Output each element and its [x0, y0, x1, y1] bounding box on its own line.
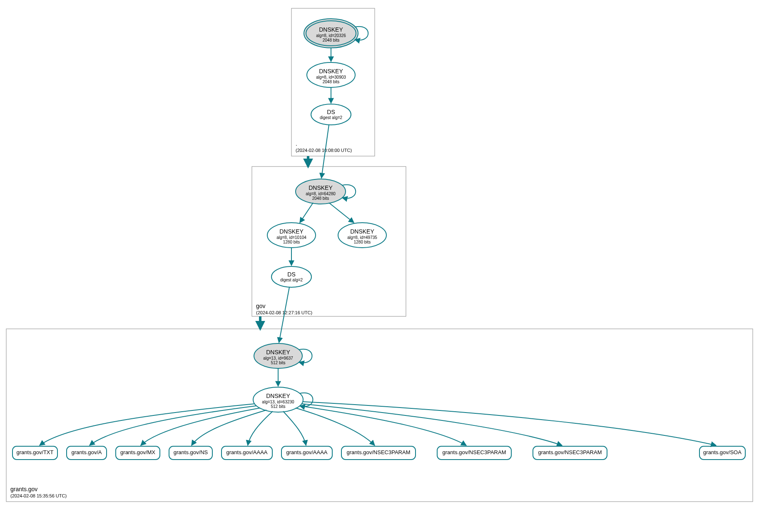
zone-grants: grants.gov (2024-02-08 15:35:56 UTC) DNS… — [6, 329, 753, 502]
zone-root-name: . — [296, 140, 297, 147]
rrset-nsec3-2: grants.gov/NSEC3PARAM — [437, 446, 511, 460]
edge-govksk-zsk2 — [329, 203, 354, 223]
svg-text:alg=8, id=30903: alg=8, id=30903 — [316, 75, 346, 80]
svg-text:grants.gov/MX: grants.gov/MX — [120, 449, 155, 455]
svg-text:DNSKEY: DNSKEY — [319, 68, 343, 75]
edge-zsk-r3 — [192, 410, 266, 445]
svg-text:DS: DS — [327, 109, 335, 115]
node-gov-ksk: DNSKEY alg=8, id=64280 2048 bits — [296, 179, 346, 204]
edge-govksk-zsk1 — [300, 203, 313, 223]
svg-text:DNSKEY: DNSKEY — [309, 184, 333, 191]
svg-text:grants.gov/AAAA: grants.gov/AAAA — [226, 449, 268, 455]
svg-text:grants.gov/NS: grants.gov/NS — [174, 449, 208, 455]
svg-text:digest alg=2: digest alg=2 — [320, 115, 343, 120]
rrset-soa: grants.gov/SOA — [699, 446, 745, 460]
rrset-txt: grants.gov/TXT — [12, 446, 57, 460]
node-gov-zsk2: DNSKEY alg=8, id=49735 1280 bits — [338, 223, 386, 248]
svg-text:grants.gov/NSEC3PARAM: grants.gov/NSEC3PARAM — [443, 449, 506, 455]
zone-gov-name: gov — [256, 303, 266, 309]
node-gov-zsk1: DNSKEY alg=8, id=10104 1280 bits — [267, 223, 316, 248]
svg-text:alg=8, id=10104: alg=8, id=10104 — [276, 235, 306, 240]
node-root-zsk: DNSKEY alg=8, id=30903 2048 bits — [307, 62, 355, 87]
svg-text:DNSKEY: DNSKEY — [266, 349, 290, 355]
rrset-a: grants.gov/A — [67, 446, 107, 460]
svg-text:DNSKEY: DNSKEY — [279, 228, 304, 235]
svg-text:alg=8, id=64280: alg=8, id=64280 — [306, 191, 336, 196]
edge-zsk-r6 — [296, 408, 375, 445]
edge-zsk-r5 — [283, 411, 306, 445]
svg-text:DNSKEY: DNSKEY — [319, 26, 343, 33]
svg-text:grants.gov/TXT: grants.gov/TXT — [17, 449, 54, 455]
zone-gov: gov (2024-02-08 12:27:16 UTC) DNSKEY alg… — [252, 167, 406, 316]
svg-text:1280 bits: 1280 bits — [354, 240, 371, 244]
rrset-ns: grants.gov/NS — [169, 446, 212, 460]
svg-text:2048 bits: 2048 bits — [312, 196, 329, 201]
svg-text:digest alg=2: digest alg=2 — [280, 278, 303, 282]
svg-text:grants.gov/NSEC3PARAM: grants.gov/NSEC3PARAM — [538, 449, 602, 455]
svg-text:grants.gov/AAAA: grants.gov/AAAA — [286, 449, 328, 455]
rrset-nsec3-3: grants.gov/NSEC3PARAM — [533, 446, 607, 460]
edge-zsk-r4 — [248, 411, 273, 445]
svg-text:alg=13, id=9637: alg=13, id=9637 — [263, 356, 293, 360]
svg-text:DNSKEY: DNSKEY — [350, 228, 374, 235]
rrset-aaaa-2: grants.gov/AAAA — [281, 446, 332, 460]
node-gov-ds: DS digest alg=2 — [271, 266, 311, 287]
svg-rect-29 — [6, 329, 753, 502]
svg-text:2048 bits: 2048 bits — [323, 80, 340, 84]
node-root-ksk: DNSKEY alg=8, id=20326 2048 bits — [304, 19, 358, 48]
rrset-aaaa-1: grants.gov/AAAA — [221, 446, 272, 460]
svg-text:1280 bits: 1280 bits — [283, 240, 300, 244]
svg-text:DS: DS — [287, 271, 295, 278]
svg-text:alg=13, id=63230: alg=13, id=63230 — [262, 400, 294, 404]
rrset-nsec3-1: grants.gov/NSEC3PARAM — [341, 446, 416, 460]
svg-text:512 bits: 512 bits — [271, 360, 285, 365]
svg-text:alg=8, id=49735: alg=8, id=49735 — [347, 235, 377, 240]
edge-zsk-r7 — [300, 406, 466, 445]
svg-text:512 bits: 512 bits — [271, 404, 285, 409]
node-grants-ksk: DNSKEY alg=13, id=9637 512 bits — [254, 343, 302, 368]
rrset-mx: grants.gov/MX — [116, 446, 160, 460]
edge-zsk-r1 — [90, 406, 256, 445]
svg-text:grants.gov/NSEC3PARAM: grants.gov/NSEC3PARAM — [347, 449, 411, 455]
node-root-ds: DS digest alg=2 — [311, 104, 351, 125]
zone-grants-timestamp: (2024-02-08 15:35:56 UTC) — [10, 493, 67, 498]
edge-zsk-r9 — [303, 402, 716, 445]
svg-text:grants.gov/A: grants.gov/A — [72, 449, 102, 455]
svg-text:2048 bits: 2048 bits — [323, 38, 340, 42]
svg-text:alg=8, id=20326: alg=8, id=20326 — [316, 33, 346, 38]
zone-root: . (2024-02-08 10:08:00 UTC) DNSKEY alg=8… — [291, 8, 375, 156]
zone-root-timestamp: (2024-02-08 10:08:00 UTC) — [296, 148, 352, 153]
zone-grants-name: grants.gov — [10, 486, 37, 492]
dnssec-diagram: . (2024-02-08 10:08:00 UTC) DNSKEY alg=8… — [0, 0, 759, 532]
svg-text:grants.gov/SOA: grants.gov/SOA — [703, 449, 742, 455]
svg-text:DNSKEY: DNSKEY — [266, 393, 290, 399]
